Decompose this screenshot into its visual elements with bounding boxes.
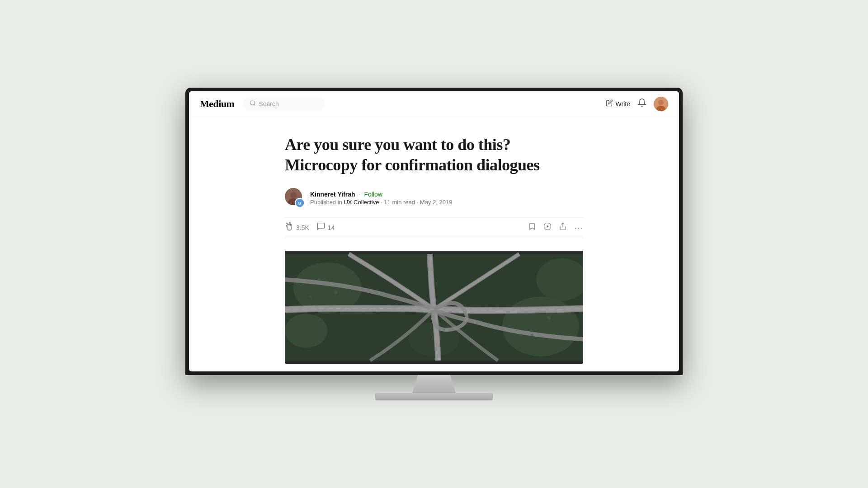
published-in-label: Published in [310,199,342,206]
svg-text:U: U [298,201,302,206]
monitor-stand-base [375,393,493,400]
clap-count: 3.5K [296,224,309,231]
action-bar-right: ··· [528,222,583,233]
comment-action[interactable]: 14 [316,222,335,233]
author-row: U Kinneret Yifrah · Follow Published in [285,188,583,208]
bookmark-icon [528,222,536,233]
search-icon [250,100,256,108]
action-bar-left: 3.5K 14 [285,222,335,233]
monitor-screen: Medium Search [185,88,683,375]
article-container: Are you sure you want to do this? Microc… [276,117,592,364]
write-label: Write [616,100,630,108]
svg-point-6 [290,192,297,198]
aerial-highway-svg [285,251,583,364]
svg-line-1 [254,104,255,106]
play-icon [543,222,552,233]
hero-image [285,251,583,364]
more-action[interactable]: ··· [574,222,583,233]
author-avatar-wrapper: U [285,188,305,208]
clap-icon [285,222,294,233]
search-label: Search [259,100,278,108]
separator-dot: · [359,191,361,198]
user-avatar[interactable] [654,97,668,111]
monitor-stand-neck [407,375,461,393]
publication-badge: U [295,198,305,208]
medium-logo[interactable]: Medium [200,98,234,110]
author-meta: Published in UX Collective · 11 min read… [310,199,452,206]
navbar: Medium Search [189,91,679,117]
publish-date: May 2, 2019 [420,199,453,206]
author-name[interactable]: Kinneret Yifrah [310,191,355,198]
save-action[interactable] [528,222,536,233]
svg-point-22 [547,316,551,320]
author-name-row: Kinneret Yifrah · Follow [310,191,452,198]
share-icon [559,222,567,233]
action-bar: 3.5K 14 [285,217,583,238]
comment-count: 14 [328,224,335,231]
write-button[interactable]: Write [606,99,630,108]
author-info: Kinneret Yifrah · Follow Published in UX… [310,191,452,206]
publication-link[interactable]: UX Collective [344,199,379,206]
svg-point-23 [531,333,533,336]
navbar-right: Write [606,97,668,111]
svg-point-19 [318,278,321,281]
clap-action[interactable]: 3.5K [285,222,309,233]
svg-marker-11 [547,225,549,228]
monitor-wrapper: Medium Search [185,88,683,400]
search-bar[interactable]: Search [243,97,325,110]
read-time: 11 min read [384,199,415,206]
comment-icon [316,222,326,233]
svg-point-20 [334,291,338,294]
share-action[interactable] [559,222,567,233]
browser-window: Medium Search [189,91,679,371]
meta-separator-2: · [417,199,420,206]
follow-button[interactable]: Follow [364,191,382,198]
write-icon [606,99,613,108]
more-dots-icon: ··· [574,222,583,233]
svg-point-15 [502,296,579,356]
article-title: Are you sure you want to do this? Microc… [285,135,583,175]
navbar-left: Medium Search [200,97,325,110]
svg-point-17 [285,314,327,347]
svg-point-3 [658,100,664,105]
notification-bell-icon[interactable] [637,98,646,109]
svg-point-0 [250,101,255,105]
listen-action[interactable] [543,222,552,233]
svg-point-21 [309,296,312,298]
